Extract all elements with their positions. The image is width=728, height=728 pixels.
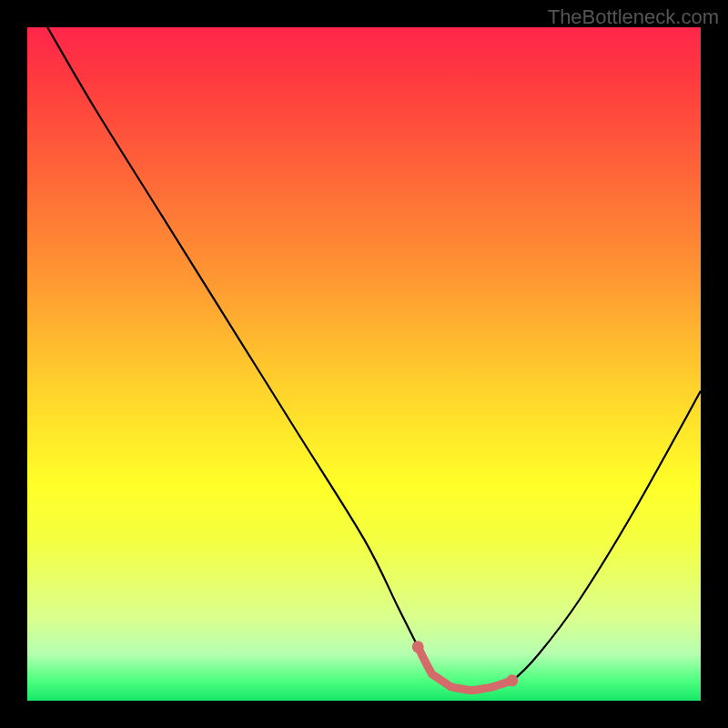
minimum-region-marker [27,27,701,701]
chart-container: TheBottleneck.com [0,0,728,728]
svg-point-1 [506,674,518,686]
svg-point-0 [412,641,424,652]
watermark-text: TheBottleneck.com [548,5,719,29]
